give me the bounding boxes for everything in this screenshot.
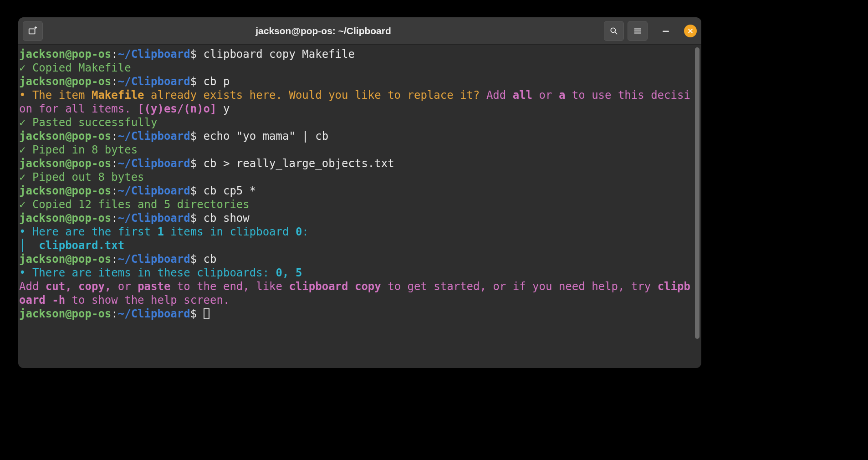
prompt-user-host: jackson@pop-os [19,48,111,61]
new-tab-icon [28,26,38,36]
prompt-cwd: ~/Clipboard [118,212,190,225]
svg-line-2 [615,32,617,34]
scrollbar[interactable] [694,45,700,368]
list-bar: │ [19,239,39,252]
prompt-user-host: jackson@pop-os [19,130,111,143]
output-text: , [65,280,78,293]
command-text: clipboard copy Makefile [204,48,355,61]
output-text: Piped out 8 bytes [32,171,144,184]
output-text: clipboard copy [289,280,381,293]
bullet-icon: • [19,89,32,102]
output-text: cut [46,280,65,293]
prompt-cwd: ~/Clipboard [118,253,190,266]
prompt-cwd: ~/Clipboard [118,184,190,197]
command-text: cb cp5 * [204,184,256,197]
command-text: echo "yo mama" | cb [204,130,329,143]
command-text: cb [204,253,217,266]
output-text: a [559,89,565,102]
prompt-sep: : [111,130,117,143]
prompt-user-host: jackson@pop-os [19,157,111,170]
output-text: Copied Makefile [32,61,131,74]
prompt-user-host: jackson@pop-os [19,253,111,266]
output-text: already exists here. Would you like to r… [144,89,480,102]
check-icon: ✓ [19,171,32,184]
svg-point-1 [611,28,615,32]
prompt-user-host: jackson@pop-os [19,184,111,197]
user-input: y [216,102,230,115]
output-text: to get started, or if you need help, try [381,280,658,293]
prompt-user-host: jackson@pop-os [19,75,111,88]
command-text: cb p [204,75,230,88]
prompt-sigil: $ [190,48,197,61]
check-icon: ✓ [19,198,32,211]
prompt-sep: : [111,253,117,266]
hamburger-icon [633,27,642,35]
prompt-cwd: ~/Clipboard [118,75,190,88]
output-text: Add [19,280,46,293]
check-icon: ✓ [19,143,32,156]
output-text: or [118,280,138,293]
output-text: Copied 12 files and 5 directories [32,198,250,211]
terminal-body[interactable]: jackson@pop-os:~/Clipboard$ clipboard co… [18,45,701,368]
svg-rect-0 [29,29,35,34]
prompt-sep: : [111,75,117,88]
prompt-sigil: $ [190,307,197,320]
menu-button[interactable] [628,21,648,41]
prompt-sep: : [111,212,117,225]
output-text: to the end, like [170,280,289,293]
output-text: Makefile [92,89,144,102]
output-text: Add [480,89,512,102]
output-text: copy [78,280,105,293]
output-text: 0 [296,225,302,238]
minimize-button[interactable] [659,25,672,37]
output-text: 1 [157,225,163,238]
prompt-sep: : [111,184,117,197]
output-text: all [513,89,532,102]
bullet-icon: • [19,266,32,279]
close-button[interactable] [684,25,697,37]
titlebar: jackson@pop-os: ~/Clipboard [18,17,701,45]
output-text: 0, 5 [276,266,302,279]
prompt-cwd: ~/Clipboard [118,130,190,143]
window-title: jackson@pop-os: ~/Clipboard [47,26,599,36]
new-tab-button[interactable] [23,21,43,41]
prompt-cwd: ~/Clipboard [118,48,190,61]
output-text: The item [32,89,92,102]
output-text: , [105,280,118,293]
prompt-sigil: $ [190,75,197,88]
prompt-sigil: $ [190,130,197,143]
terminal-window: jackson@pop-os: ~/Clipboard [18,17,701,368]
output-text: Pasted successfully [32,116,158,129]
check-icon: ✓ [19,116,32,129]
prompt-sep: : [111,157,117,170]
output-text: There are items in these clipboards: [32,266,276,279]
output-text: Piped in 8 bytes [32,143,138,156]
scrollbar-thumb[interactable] [695,47,700,339]
prompt-sigil: $ [190,253,197,266]
output-text: to show the help screen. [65,294,230,307]
prompt-sigil: $ [190,184,197,197]
output-text: paste [138,280,170,293]
check-icon: ✓ [19,61,32,74]
prompt-sigil: $ [190,157,197,170]
minimize-icon [661,26,670,36]
terminal-content[interactable]: jackson@pop-os:~/Clipboard$ clipboard co… [18,45,694,368]
close-icon [687,28,694,34]
prompt-sep: : [111,307,117,320]
command-text: cb > really_large_objects.txt [204,157,394,170]
output-text: [(y)es/(n)o] [138,102,216,115]
search-button[interactable] [604,21,624,41]
command-text: cb show [204,212,250,225]
output-text: items in clipboard [164,225,296,238]
list-item: clipboard.txt [39,239,124,252]
prompt-cwd: ~/Clipboard [118,307,190,320]
prompt-sigil: $ [190,212,197,225]
output-text: or [532,89,559,102]
cursor [204,308,209,319]
search-icon [609,26,618,36]
prompt-user-host: jackson@pop-os [19,212,111,225]
prompt-sep: : [111,48,117,61]
prompt-user-host: jackson@pop-os [19,307,111,320]
prompt-cwd: ~/Clipboard [118,157,190,170]
output-text: Here are the first [32,225,158,238]
